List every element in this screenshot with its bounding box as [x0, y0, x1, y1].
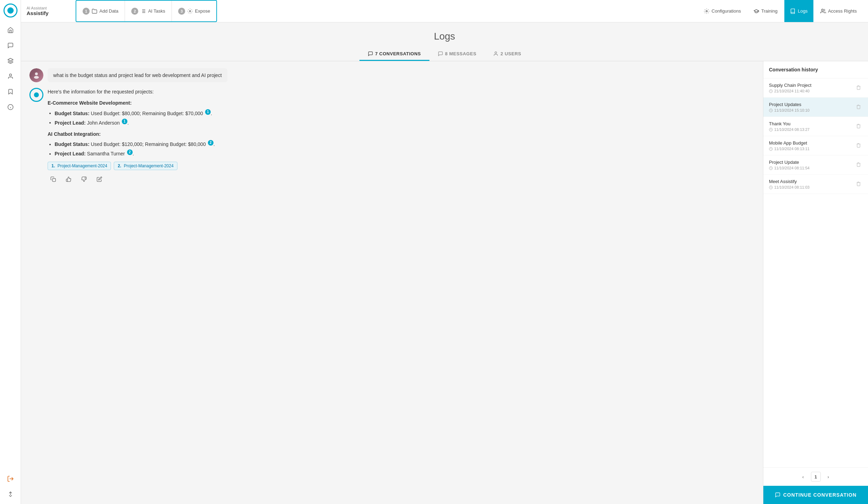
wizard-tabs: 1 Add Data 2 AI Tasks 3 Expose	[76, 0, 217, 22]
trash-icon-3	[856, 143, 861, 148]
budget-label-2: Budget Status:	[55, 141, 90, 147]
ai-message-content: Here's the information for the requested…	[48, 88, 215, 185]
tab-expose-label: Expose	[195, 8, 210, 14]
user-avatar-img	[29, 68, 43, 82]
bookmark-icon	[7, 89, 14, 95]
tab-add-data[interactable]: 1 Add Data	[76, 1, 125, 21]
section-1-item-1: Budget Status: Used Budget: $80,000; Rem…	[55, 109, 215, 117]
thumbs-down-button[interactable]	[78, 174, 90, 185]
history-item-0-name: Supply Chain Project	[769, 83, 811, 88]
history-item-4-date: 11/10/2024 08:11:54	[769, 166, 810, 170]
history-item-2-name: Thank You	[769, 121, 810, 126]
source-num-2: 2.	[118, 163, 121, 168]
page-next-button[interactable]: ›	[824, 472, 833, 482]
clock-icon-1	[769, 108, 773, 112]
sub-tab-messages[interactable]: 8 MESSAGES	[429, 48, 485, 61]
expand-icon	[7, 491, 14, 497]
list-icon	[140, 8, 146, 14]
history-item-1-date: 11/10/2024 15:10:10	[769, 108, 810, 112]
history-delete-0[interactable]	[855, 84, 862, 92]
history-title: Conversation history	[763, 61, 868, 78]
trash-icon-1	[856, 104, 861, 109]
folder-icon	[92, 8, 97, 14]
copy-button[interactable]	[48, 174, 59, 185]
nav-logs[interactable]: Logs	[784, 0, 813, 22]
section-2-item-2: Project Lead: Samantha Turner 2.	[55, 149, 215, 158]
ref-badge-1b: 1	[122, 119, 127, 124]
section-1-list: Budget Status: Used Budget: $80,000; Rem…	[55, 109, 215, 127]
person-icon	[7, 73, 14, 79]
thumbs-up-button[interactable]	[63, 174, 74, 185]
ai-message-bubble: Here's the information for the requested…	[48, 88, 215, 158]
section-2-list: Budget Status: Used Budget: $120,000; Re…	[55, 140, 215, 158]
history-item-2[interactable]: Thank You 11/10/2024 08:13:27	[763, 117, 868, 136]
history-item-2-info: Thank You 11/10/2024 08:13:27	[769, 121, 810, 132]
users-icon	[493, 51, 498, 56]
sidebar-icon-chart[interactable]	[4, 55, 17, 67]
continue-conversation-button[interactable]: CONTINUE CONVERSATION	[763, 486, 868, 504]
history-item-1-name: Project Updates	[769, 102, 810, 107]
nav-configurations[interactable]: Configurations	[698, 0, 747, 22]
sidebar-icon-bookmark[interactable]	[4, 85, 17, 98]
sidebar-icon-expand[interactable]	[4, 488, 17, 500]
sub-tab-conversations[interactable]: 7 CONVERSATIONS	[359, 48, 429, 61]
source-tag-1[interactable]: 1. Project-Management-2024	[48, 162, 111, 170]
svg-point-14	[706, 10, 707, 12]
configurations-icon	[704, 8, 709, 14]
thumbs-down-icon	[81, 176, 87, 182]
section-1-item-2: Project Lead: John Anderson 1.	[55, 119, 215, 127]
nav-training[interactable]: Training	[748, 0, 783, 22]
app-logo[interactable]	[4, 4, 18, 18]
tab-add-data-label: Add Data	[99, 8, 118, 14]
history-item-3-date: 11/10/2024 08:13:11	[769, 147, 810, 151]
history-delete-4[interactable]	[855, 161, 862, 169]
user-message-bubble: what is the budget status and project le…	[48, 68, 227, 82]
settings-icon	[187, 8, 193, 14]
nav-access-rights[interactable]: Access Rights	[815, 0, 862, 22]
lead-label-1: Project Lead:	[55, 120, 86, 125]
sub-tab-conversations-label: 7 CONVERSATIONS	[375, 51, 421, 56]
tab-ai-tasks[interactable]: 2 AI Tasks	[125, 1, 172, 21]
history-delete-2[interactable]	[855, 122, 862, 131]
clock-icon-3	[769, 147, 773, 151]
clock-icon-2	[769, 128, 773, 132]
history-item-3-name: Mobile App Budget	[769, 140, 810, 146]
sub-tab-users[interactable]: 2 USERS	[485, 48, 530, 61]
history-item-3[interactable]: Mobile App Budget 11/10/2024 08:13:11	[763, 136, 868, 155]
sidebar	[0, 0, 21, 504]
main-area: AI Assistant Assistify 1 Add Data 2 AI T…	[21, 0, 868, 504]
sidebar-icon-chat[interactable]	[4, 39, 17, 52]
svg-point-15	[821, 9, 823, 11]
trash-icon-0	[856, 85, 861, 90]
svg-point-13	[189, 10, 191, 12]
chart-icon	[7, 58, 14, 64]
page-prev-button[interactable]: ‹	[798, 472, 808, 482]
tab-expose[interactable]: 3 Expose	[172, 1, 216, 21]
source-tag-2[interactable]: 2. Project-Management-2024	[114, 162, 177, 170]
sidebar-icon-exit[interactable]	[4, 472, 17, 485]
sub-tab-messages-label: 8 MESSAGES	[445, 51, 477, 56]
source-label-1: Project-Management-2024	[57, 163, 107, 168]
history-list: Supply Chain Project 21/10/2024 11:40:40	[763, 78, 868, 467]
history-item-5[interactable]: Meet Assistify 11/10/2024 08:11:03	[763, 175, 868, 194]
sidebar-icon-person[interactable]	[4, 70, 17, 83]
sidebar-icon-home[interactable]	[4, 24, 17, 36]
history-item-4-name: Project Update	[769, 160, 810, 165]
history-delete-1[interactable]	[855, 103, 862, 112]
history-delete-5[interactable]	[855, 180, 862, 189]
continue-button-label: CONTINUE CONVERSATION	[783, 492, 857, 498]
history-item-4[interactable]: Project Update 11/10/2024 08:11:54	[763, 155, 868, 175]
header: AI Assistant Assistify 1 Add Data 2 AI T…	[21, 0, 868, 22]
history-item-1[interactable]: Project Updates 11/10/2024 15:10:10	[763, 98, 868, 117]
page-current[interactable]: 1	[811, 472, 821, 482]
history-delete-3[interactable]	[855, 141, 862, 150]
edit-button[interactable]	[94, 174, 105, 185]
tab-num-3: 3	[178, 8, 185, 15]
training-icon	[754, 8, 759, 14]
svg-point-18	[34, 76, 39, 79]
lead-text-2: Samantha Turner	[87, 151, 125, 156]
history-item-0[interactable]: Supply Chain Project 21/10/2024 11:40:40	[763, 78, 868, 98]
sidebar-icon-info[interactable]	[4, 101, 17, 113]
ai-avatar-dot	[34, 92, 39, 97]
clock-icon-0	[769, 89, 773, 93]
